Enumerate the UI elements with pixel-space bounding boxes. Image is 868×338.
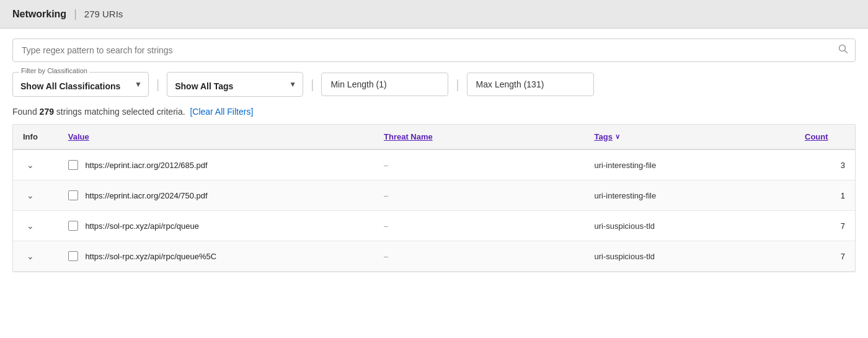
col-header-threat[interactable]: Threat Name [374,125,585,149]
table-row: ⌄ https://eprint.iacr.org/2024/750.pdf –… [13,180,855,211]
row-threat-cell: – [374,149,585,180]
filter-divider-3: | [456,78,459,92]
count-value: 3 [841,161,845,170]
classification-filter[interactable]: Filter by Classification Show All Classi… [12,72,149,97]
table-row: ⌄ https://eprint.iacr.org/2012/685.pdf –… [13,149,855,180]
count-value: 7 [841,252,845,261]
row-threat-cell: – [374,241,585,272]
count-value: 7 [841,221,845,231]
data-table: Info Value Threat Name Tags ∨ [13,125,855,272]
table-row: ⌄ https://sol-rpc.xyz/api/rpc/queue – ur… [13,211,855,241]
filters-row: Filter by Classification Show All Classi… [12,72,856,97]
header-subtitle: 279 URIs [84,9,123,19]
row-tags-cell: uri-interesting-file [585,180,795,211]
threat-value: – [384,252,388,261]
row-value-cell: https://sol-rpc.xyz/api/rpc/queue [58,211,374,241]
results-prefix: Found [12,107,40,117]
col-header-value[interactable]: Value [58,125,374,149]
clear-filters-link[interactable]: [Clear All Filters] [190,107,253,117]
search-icon [838,44,848,56]
tags-sort-icon: ∨ [615,133,620,141]
row-info-cell: ⌄ [13,149,58,180]
count-value: 1 [841,191,845,200]
row-value-cell: https://eprint.iacr.org/2012/685.pdf [58,149,374,180]
tags-select[interactable]: Show All Tags [167,73,303,96]
row-count-cell: 3 [795,149,855,180]
row-count-cell: 7 [795,211,855,241]
results-count: 279 [40,107,54,117]
page-header: Networking | 279 URIs [0,0,868,29]
row-threat-cell: – [374,211,585,241]
search-input[interactable] [12,38,856,62]
url-value: https://eprint.iacr.org/2024/750.pdf [85,191,207,200]
threat-value: – [384,161,388,170]
col-header-tags[interactable]: Tags ∨ [585,125,795,149]
row-info-cell: ⌄ [13,241,58,272]
col-header-info: Info [13,125,58,149]
expand-button[interactable]: ⌄ [23,189,38,202]
results-suffix: strings matching selected criteria. [54,107,185,117]
row-info-cell: ⌄ [13,211,58,241]
filter-divider-1: | [156,78,159,92]
table-row: ⌄ https://sol-rpc.xyz/api/rpc/queue%5C –… [13,241,855,272]
threat-value: – [384,221,388,231]
row-tags-cell: uri-interesting-file [585,149,795,180]
expand-button[interactable]: ⌄ [23,220,38,232]
min-length-input[interactable] [321,73,448,96]
tag-value: uri-suspicious-tld [595,221,655,231]
expand-button[interactable]: ⌄ [23,250,38,262]
url-value: https://eprint.iacr.org/2012/685.pdf [85,161,207,170]
classification-select[interactable]: Show All Classifications [13,73,148,96]
row-info-cell: ⌄ [13,180,58,211]
url-icon [68,190,78,200]
row-tags-cell: uri-suspicious-tld [585,241,795,272]
main-content: Filter by Classification Show All Classi… [0,29,868,282]
data-table-container: Info Value Threat Name Tags ∨ [12,124,856,272]
threat-value: – [384,191,388,200]
svg-line-1 [845,51,848,53]
tag-value: uri-suspicious-tld [595,252,655,261]
url-icon [68,221,78,231]
url-value: https://sol-rpc.xyz/api/rpc/queue [85,221,199,231]
row-threat-cell: – [374,180,585,211]
url-icon [68,160,78,170]
col-header-count[interactable]: Count [795,125,855,149]
tag-value: uri-interesting-file [595,191,657,200]
url-value: https://sol-rpc.xyz/api/rpc/queue%5C [85,252,216,261]
expand-button[interactable]: ⌄ [23,159,38,171]
search-container [12,38,856,62]
url-icon [68,251,78,261]
row-count-cell: 7 [795,241,855,272]
row-value-cell: https://eprint.iacr.org/2024/750.pdf [58,180,374,211]
classification-label: Filter by Classification [19,67,89,74]
max-length-input[interactable] [467,73,594,96]
results-summary: Found 279 strings matching selected crit… [12,107,856,117]
table-header-row: Info Value Threat Name Tags ∨ [13,125,855,149]
page-title: Networking [12,9,66,20]
row-count-cell: 1 [795,180,855,211]
row-tags-cell: uri-suspicious-tld [585,211,795,241]
tag-value: uri-interesting-file [595,161,657,170]
header-divider: | [74,7,77,20]
row-value-cell: https://sol-rpc.xyz/api/rpc/queue%5C [58,241,374,272]
tags-filter[interactable]: Show All Tags ▼ [167,72,303,97]
filter-divider-2: | [311,78,314,92]
